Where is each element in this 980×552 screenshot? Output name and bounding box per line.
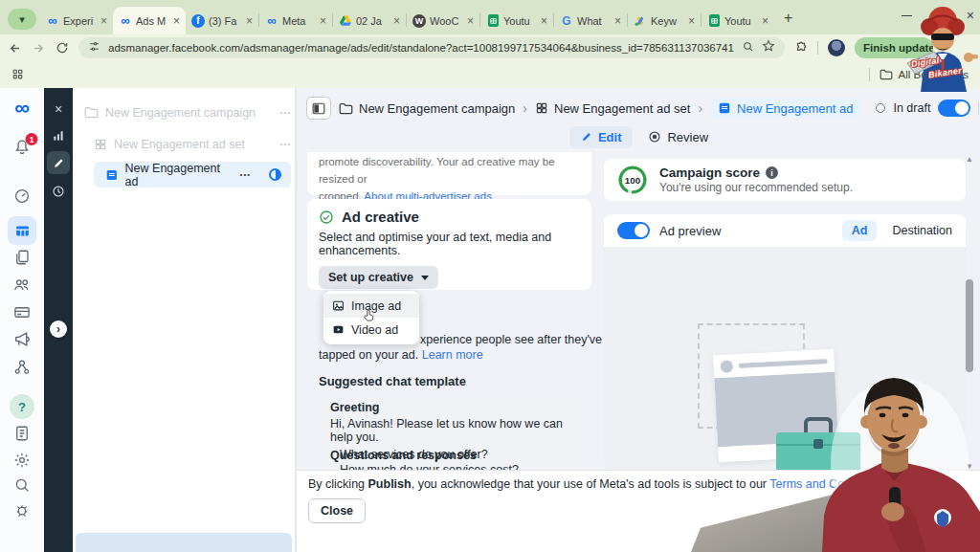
nav-overview[interactable] — [13, 188, 31, 205]
nav-pages[interactable] — [13, 249, 31, 266]
breadcrumb-ad-set-label: New Engagement ad set — [554, 101, 690, 116]
breadcrumb-campaign[interactable]: New Engagement campaign — [339, 101, 515, 116]
collapse-panel-button[interactable] — [306, 97, 331, 120]
score-title: Campaign score — [659, 166, 760, 180]
edit-tab[interactable]: Edit — [569, 126, 634, 148]
close-button[interactable]: Close — [308, 498, 366, 523]
tab-youtube-sheet-2[interactable]: Youtu × — [702, 7, 774, 34]
edit-pencil-icon[interactable] — [47, 151, 70, 174]
nav-help[interactable]: ? — [10, 394, 34, 419]
destination-text-line2: tapped on your ad. Learn more — [319, 348, 483, 362]
edit-label: Edit — [598, 130, 622, 144]
breadcrumb-ad-set[interactable]: New Engagement ad set — [535, 101, 690, 116]
tab-meta[interactable]: ∞ Meta × — [259, 7, 332, 34]
tab-close-icon[interactable]: × — [100, 15, 107, 27]
tab-search-button[interactable]: ▾ — [8, 9, 36, 30]
tab-google-search[interactable]: G What × — [554, 7, 627, 34]
meta-favicon: ∞ — [46, 14, 59, 28]
gauge-icon — [13, 188, 31, 205]
menu-item-image-ad[interactable]: Image ad — [323, 294, 419, 318]
tab-youtube-sheet[interactable]: Youtu × — [480, 7, 553, 34]
breadcrumb-ad-label: New Engagement ad — [737, 101, 853, 116]
tab-close-icon[interactable]: × — [762, 15, 768, 27]
close-editor-icon[interactable]: × — [47, 98, 70, 121]
scrollbar-thumb[interactable] — [966, 279, 973, 372]
preview-tab-destination[interactable]: Destination — [892, 224, 952, 237]
bookmarks-bar: All Bookmarks — [0, 61, 980, 88]
more-options-icon[interactable]: ••• — [280, 140, 291, 148]
nav-report-bug[interactable] — [13, 501, 31, 519]
expand-panel-button[interactable]: › — [50, 320, 67, 338]
forward-button[interactable] — [32, 41, 46, 55]
gear-icon — [13, 452, 31, 469]
google-drive-favicon — [339, 14, 352, 28]
chat-template-box: Greeting Hi, Avinash! Please let us know… — [319, 394, 587, 470]
nav-campaigns-active[interactable] — [8, 216, 36, 245]
history-clock-icon[interactable] — [47, 180, 70, 203]
preview-tab-ad[interactable]: Ad — [842, 220, 878, 241]
nav-audiences[interactable] — [13, 276, 32, 294]
chevron-down-icon: ▾ — [19, 13, 25, 26]
tab-close-icon[interactable]: × — [467, 15, 474, 27]
apps-grid-icon[interactable] — [11, 68, 24, 82]
breadcrumb-bar: New Engagement campaign › New Engagement… — [297, 94, 980, 122]
set-up-creative-button[interactable]: Set up creative — [319, 266, 438, 289]
extensions-icon[interactable] — [794, 41, 808, 55]
nav-events[interactable] — [13, 358, 32, 376]
tab-experience[interactable]: ∞ Experi × — [40, 7, 113, 34]
tab-title: 02 Ja — [356, 15, 390, 27]
score-subtitle: You're using our recommended setup. — [659, 181, 853, 194]
notifications-button[interactable]: 1 — [13, 138, 32, 156]
nav-billing[interactable] — [13, 303, 32, 321]
video-icon — [332, 323, 345, 336]
new-tab-button[interactable]: + — [784, 10, 792, 27]
tab-close-icon[interactable]: × — [393, 15, 400, 27]
tab-woocommerce[interactable]: W WooC × — [407, 7, 479, 34]
tree-campaign-label: New Engagement campaign — [105, 106, 256, 120]
tab-close-icon[interactable]: × — [173, 15, 180, 27]
tab-close-icon[interactable]: × — [320, 15, 326, 27]
toolbar-divider — [817, 41, 818, 55]
performance-chart-icon[interactable] — [47, 124, 70, 147]
profile-avatar[interactable] — [828, 39, 845, 56]
draft-toggle[interactable] — [938, 99, 970, 117]
address-bar[interactable]: adsmanager.facebook.com/adsmanager/manag… — [78, 37, 785, 58]
tree-row-ad-selected[interactable]: New Engagement ad ••• — [94, 162, 291, 188]
nav-settings[interactable] — [13, 452, 31, 469]
url-text[interactable]: adsmanager.facebook.com/adsmanager/manag… — [108, 42, 734, 54]
ad-preview-toggle[interactable] — [617, 222, 650, 239]
breadcrumb-ad-current[interactable]: New Engagement ad — [710, 99, 860, 119]
nav-search[interactable] — [13, 476, 31, 494]
site-settings-icon[interactable] — [88, 39, 100, 56]
publish-word: Publish — [368, 477, 412, 491]
tree-row-ad-set[interactable]: New Engagement ad set ••• — [73, 131, 291, 157]
search-in-page-icon[interactable] — [742, 39, 754, 56]
reload-button[interactable] — [56, 41, 69, 55]
nav-reports[interactable] — [13, 425, 31, 442]
tab-close-icon[interactable]: × — [614, 15, 621, 27]
tab-close-icon[interactable]: × — [541, 15, 547, 27]
global-nav-rail: ∞ 1 ? — [0, 88, 44, 552]
review-label: Review — [667, 130, 708, 144]
review-eye-icon — [648, 130, 661, 144]
more-options-icon[interactable]: ••• — [280, 108, 291, 117]
tree-row-campaign[interactable]: New Engagement campaign ••• — [73, 99, 291, 125]
tab-close-icon[interactable]: × — [246, 15, 253, 27]
scroll-up-icon[interactable]: ▲ — [964, 155, 975, 164]
score-ring: 100 — [617, 165, 648, 195]
tab-drive[interactable]: 02 Ja × — [333, 7, 406, 34]
tab-keyword-planner[interactable]: Keyw × — [628, 7, 701, 34]
campaign-score-card: 100 Campaign scorei You're using our rec… — [604, 159, 966, 201]
learn-more-link[interactable]: Learn more — [422, 348, 483, 362]
tab-facebook[interactable]: f (3) Fa × — [186, 7, 258, 34]
back-button[interactable] — [8, 41, 22, 55]
meta-logo[interactable]: ∞ — [14, 98, 30, 119]
bookmark-star-icon[interactable] — [762, 39, 775, 56]
tab-close-icon[interactable]: × — [688, 15, 695, 27]
screen: ▾ ∞ Experi × ∞ Ads M × f (3) Fa × ∞ Meta… — [0, 0, 980, 552]
info-icon[interactable]: i — [766, 166, 778, 179]
nav-ads[interactable] — [13, 330, 32, 348]
review-tab[interactable]: Review — [648, 130, 708, 144]
tab-ads-manager-active[interactable]: ∞ Ads M × — [113, 7, 186, 34]
more-options-icon[interactable]: ••• — [240, 170, 251, 179]
